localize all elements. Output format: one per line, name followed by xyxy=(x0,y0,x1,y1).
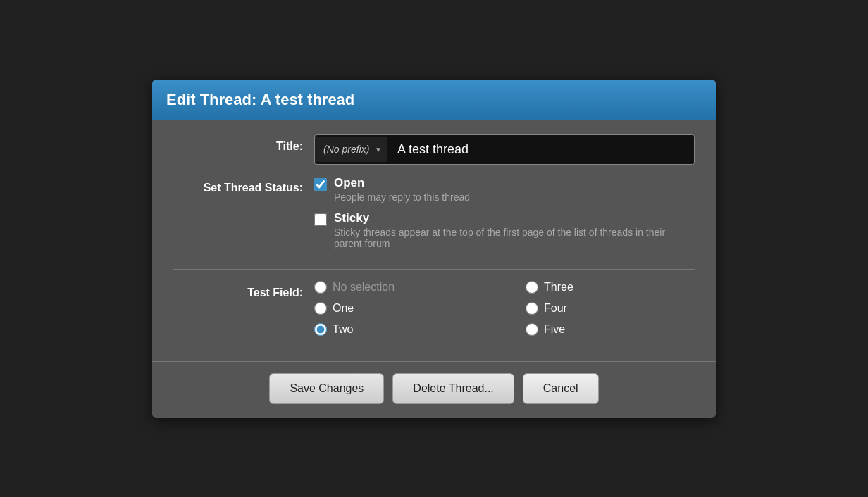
save-button[interactable]: Save Changes xyxy=(269,373,384,404)
test-field-label: Test Field: xyxy=(173,281,314,299)
title-row: Title: (No prefix) ▼ xyxy=(173,134,695,165)
modal-overlay: Edit Thread: A test thread Title: (No pr… xyxy=(0,0,868,497)
radio-row-no-selection: No selection xyxy=(314,281,483,294)
radio-row-one: One xyxy=(314,302,483,315)
sticky-description: Sticky threads appear at the top of the … xyxy=(334,227,695,249)
radio-four[interactable] xyxy=(526,302,538,315)
thread-status-content: Open People may reply to this thread Sti… xyxy=(314,176,695,258)
test-field-content: No selection Three One xyxy=(314,281,695,336)
radio-label-four[interactable]: Four xyxy=(544,302,567,315)
dialog-title: Edit Thread: A test thread xyxy=(166,91,702,109)
radio-label-five[interactable]: Five xyxy=(544,323,565,336)
radio-row-four: Four xyxy=(526,302,695,315)
radio-label-three[interactable]: Three xyxy=(544,281,574,294)
dialog-footer: Save Changes Delete Thread... Cancel xyxy=(152,361,716,418)
radio-three[interactable] xyxy=(526,281,538,294)
radio-two[interactable] xyxy=(314,323,327,336)
radio-row-three: Three xyxy=(526,281,695,294)
open-checkbox-row: Open People may reply to this thread xyxy=(314,176,695,203)
radio-row-two: Two xyxy=(314,323,483,336)
edit-thread-dialog: Edit Thread: A test thread Title: (No pr… xyxy=(152,80,716,418)
section-divider xyxy=(173,269,695,270)
title-label: Title: xyxy=(173,134,314,153)
thread-status-row: Set Thread Status: Open People may reply… xyxy=(173,176,695,258)
dialog-body: Title: (No prefix) ▼ Set Thread xyxy=(152,120,716,361)
title-input[interactable] xyxy=(388,135,694,164)
sticky-checkbox-row: Sticky Sticky threads appear at the top … xyxy=(314,211,695,249)
radio-one[interactable] xyxy=(314,302,327,315)
radio-row-five: Five xyxy=(526,323,695,336)
radio-grid: No selection Three One xyxy=(314,281,695,336)
prefix-select[interactable]: (No prefix) xyxy=(315,137,388,162)
sticky-label[interactable]: Sticky xyxy=(334,211,369,225)
cancel-button[interactable]: Cancel xyxy=(523,373,599,404)
title-field-content: (No prefix) ▼ xyxy=(314,134,695,165)
radio-five[interactable] xyxy=(526,323,538,336)
delete-button[interactable]: Delete Thread... xyxy=(392,373,514,404)
title-input-wrapper: (No prefix) ▼ xyxy=(314,134,695,165)
open-label[interactable]: Open xyxy=(334,176,364,189)
radio-label-one[interactable]: One xyxy=(333,302,354,315)
sticky-checkbox[interactable] xyxy=(314,213,327,226)
thread-status-label: Set Thread Status: xyxy=(173,176,314,194)
radio-label-no-selection[interactable]: No selection xyxy=(333,281,395,294)
open-description: People may reply to this thread xyxy=(334,191,470,203)
open-checkbox[interactable] xyxy=(314,178,327,191)
test-field-row: Test Field: No selection Three xyxy=(173,281,695,336)
radio-label-two[interactable]: Two xyxy=(333,323,353,336)
prefix-select-wrapper: (No prefix) ▼ xyxy=(315,137,388,162)
radio-no-selection[interactable] xyxy=(314,281,327,294)
open-option-text: Open People may reply to this thread xyxy=(334,176,470,203)
dialog-header: Edit Thread: A test thread xyxy=(152,80,716,120)
sticky-option-text: Sticky Sticky threads appear at the top … xyxy=(334,211,695,249)
